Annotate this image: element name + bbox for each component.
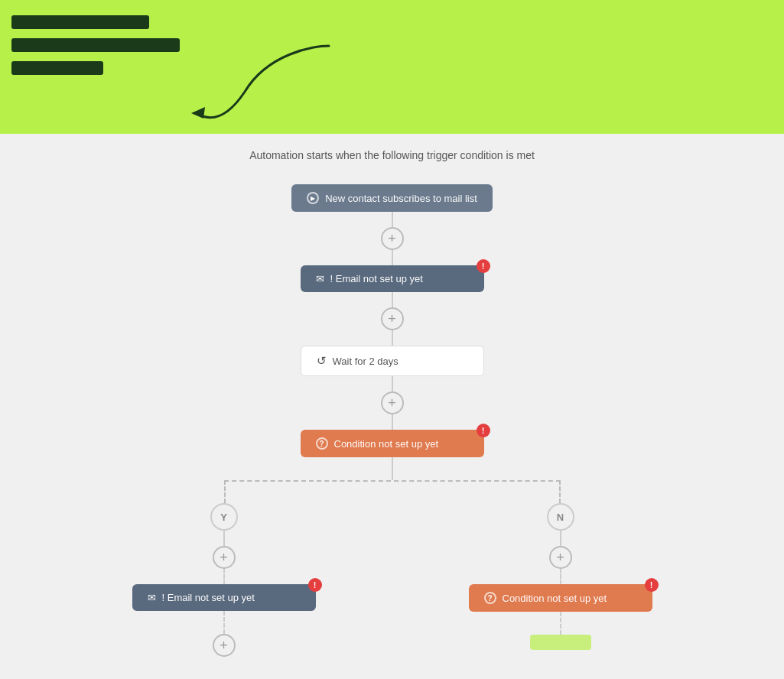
wait-node-label: Wait for 2 days bbox=[333, 356, 399, 367]
branch-horizontal-area bbox=[125, 457, 660, 503]
branch-arms: Y + ✉ ! Email not set up yet ! bbox=[125, 503, 660, 657]
automation-canvas: Automation starts when the following tri… bbox=[0, 134, 784, 679]
branch-down-line bbox=[392, 457, 393, 480]
yes-connector-2 bbox=[223, 569, 225, 584]
no-label: N bbox=[547, 503, 574, 531]
connector-5 bbox=[392, 376, 393, 391]
svg-marker-0 bbox=[191, 107, 205, 119]
branch-left-line bbox=[224, 480, 226, 503]
condition-node-2[interactable]: ? Condition not set up yet ! bbox=[469, 584, 652, 612]
curved-arrow-icon bbox=[191, 31, 359, 130]
flow-container: ▶ New contact subscribes to mail list + … bbox=[0, 177, 784, 657]
condition-node-1-label: Condition not set up yet bbox=[334, 438, 439, 450]
automation-trigger-label: Automation starts when the following tri… bbox=[0, 149, 784, 161]
yes-connector-1 bbox=[223, 531, 225, 546]
add-button-2[interactable]: + bbox=[381, 307, 404, 330]
email-node-1[interactable]: ✉ ! Email not set up yet ! bbox=[301, 265, 484, 292]
email-node-2[interactable]: ✉ ! Email not set up yet ! bbox=[132, 584, 316, 611]
header-line-3 bbox=[11, 61, 103, 75]
connector-1 bbox=[392, 212, 393, 227]
connector-6 bbox=[392, 414, 393, 430]
header-text-block bbox=[11, 15, 180, 75]
branch-right-line bbox=[559, 480, 561, 503]
envelope-icon-2: ✉ bbox=[148, 592, 156, 603]
condition-node-1[interactable]: ? Condition not set up yet ! bbox=[301, 430, 484, 457]
trigger-node-label: New contact subscribes to mail list bbox=[325, 193, 477, 204]
header-banner bbox=[0, 0, 784, 134]
clock-icon: ↺ bbox=[317, 354, 327, 368]
add-icon-1: + bbox=[388, 231, 396, 247]
envelope-icon-1: ✉ bbox=[316, 273, 324, 284]
error-badge-2: ! bbox=[477, 424, 490, 437]
question-icon-1: ? bbox=[316, 437, 328, 450]
connector-4 bbox=[392, 330, 393, 346]
connector-2 bbox=[392, 250, 393, 265]
yes-label: Y bbox=[210, 503, 238, 531]
add-button-1[interactable]: + bbox=[381, 227, 404, 250]
question-icon-2: ? bbox=[484, 592, 496, 604]
yes-connector-3 bbox=[223, 611, 225, 634]
no-connector-3 bbox=[560, 612, 561, 635]
email-node-1-label: ! Email not set up yet bbox=[330, 273, 423, 284]
no-branch: N + ? Condition not set up yet ! bbox=[461, 503, 660, 657]
branch-section: Y + ✉ ! Email not set up yet ! bbox=[0, 457, 784, 657]
connector-3 bbox=[392, 292, 393, 307]
add-button-yes-bottom[interactable]: + bbox=[213, 634, 236, 657]
error-badge-3: ! bbox=[308, 578, 322, 592]
no-connector-2 bbox=[560, 569, 561, 584]
add-icon-yes: + bbox=[220, 550, 228, 566]
branch-horizontal-line bbox=[224, 480, 561, 482]
add-icon-2: + bbox=[388, 311, 396, 327]
trigger-node[interactable]: ▶ New contact subscribes to mail list bbox=[291, 184, 493, 212]
header-line-2 bbox=[11, 38, 180, 52]
add-icon-no: + bbox=[556, 550, 564, 566]
no-connector-1 bbox=[560, 531, 561, 546]
play-icon: ▶ bbox=[307, 192, 319, 204]
email-node-2-label: ! Email not set up yet bbox=[162, 592, 255, 603]
header-line-1 bbox=[11, 15, 149, 29]
no-branch-bottom-indicator bbox=[530, 635, 591, 650]
yes-branch: Y + ✉ ! Email not set up yet ! bbox=[125, 503, 324, 657]
add-button-3[interactable]: + bbox=[381, 391, 404, 414]
error-badge-1: ! bbox=[477, 259, 490, 273]
wait-node[interactable]: ↺ Wait for 2 days bbox=[301, 346, 484, 376]
condition-node-2-label: Condition not set up yet bbox=[503, 593, 607, 604]
add-icon-3: + bbox=[388, 395, 396, 411]
add-button-no[interactable]: + bbox=[549, 546, 572, 569]
error-badge-4: ! bbox=[645, 578, 659, 592]
add-button-yes[interactable]: + bbox=[213, 546, 236, 569]
